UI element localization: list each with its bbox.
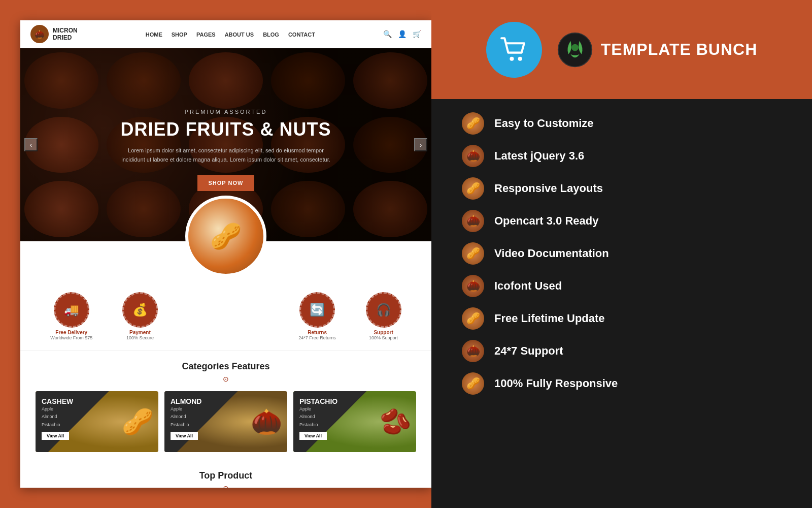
nut-icon-8: 🌰: [462, 340, 484, 362]
hero-description: Lorem ipsum dolor sit amet, consectetur …: [119, 146, 332, 164]
almond-items: Apple Almond Pistachio: [171, 405, 201, 429]
search-icon[interactable]: 🔍: [383, 30, 392, 38]
hero-prev-button[interactable]: ‹: [24, 138, 38, 151]
nav-shop[interactable]: SHOP: [172, 31, 187, 38]
feature-label-4: Opencart 3.0 Ready: [494, 214, 598, 228]
cart-icon[interactable]: 🛒: [413, 30, 421, 38]
top-product-divider: ⊙: [36, 484, 416, 488]
pistachio-name: PISTACHIO: [299, 397, 337, 405]
nut-icon-3: 🥜: [462, 177, 484, 200]
svg-point-3: [571, 44, 579, 51]
delivery-sublabel: Worldwide From $75: [50, 335, 92, 340]
nut-icon-1: 🥜: [462, 112, 484, 135]
cashew-view-btn[interactable]: View All: [42, 432, 69, 440]
tb-logo-area: TEMPLATE BUNCH: [557, 32, 758, 68]
right-panel: TEMPLATE BUNCH 🥜 Easy to Customize 🌰 Lat…: [431, 0, 812, 508]
feature-row-8: 🌰 24*7 Support: [462, 337, 782, 365]
nav-about[interactable]: ABOUT US: [225, 31, 254, 38]
support-sublabel: 100% Support: [369, 335, 398, 340]
feature-delivery: 🚚 Free Delivery Worldwide From $75: [50, 292, 92, 340]
feature-label-2: Latest jQuery 3.6: [494, 149, 584, 163]
features-bar: 🥜 🚚 Free Delivery Worldwide From $75 💰 P…: [20, 241, 431, 351]
website-preview: 🌰 MICRON DRIED HOME SHOP PAGES ABOUT US …: [20, 20, 431, 488]
almond-image: 🌰: [251, 407, 282, 436]
top-product-title: Top Product: [36, 470, 416, 481]
hero-title: DRIED FRUITS & NUTS: [119, 119, 332, 140]
categories-title: Categories Features: [36, 361, 416, 372]
delivery-icon: 🚚: [64, 303, 79, 317]
almond-bowl: 🥜: [185, 196, 266, 277]
pistachio-image: 🫘: [380, 407, 411, 436]
feature-row-4: 🌰 Opencart 3.0 Ready: [462, 207, 782, 235]
nav-contact[interactable]: CONTACT: [288, 31, 315, 38]
template-bunch-icon: [557, 32, 593, 68]
logo-area: 🌰 MICRON DRIED: [30, 25, 78, 43]
almond-bowl-image: 🥜: [185, 196, 266, 277]
categories-divider: ⊙: [36, 375, 416, 383]
nut-icon-2: 🌰: [462, 145, 484, 167]
nav-icons: 🔍 👤 🛒: [383, 30, 421, 38]
feature-label-5: Video Documentation: [494, 247, 609, 260]
template-bunch-text: TEMPLATE BUNCH: [601, 40, 758, 59]
feature-returns: 🔄 Returns 24*7 Free Returns: [298, 292, 336, 340]
nav-pages[interactable]: PAGES: [196, 31, 216, 38]
feature-label-6: Icofont Used: [494, 279, 562, 293]
top-product-section: Top Product ⊙ Latest Featured Bestseller…: [20, 462, 431, 488]
logo-icon: 🌰: [30, 25, 49, 43]
cart-svg: [497, 33, 530, 66]
payment-icon: 💰: [132, 303, 148, 317]
feature-label-1: Easy to Customize: [494, 117, 594, 130]
nut-icon-4: 🌰: [462, 210, 484, 232]
feature-label-9: 100% Fully Responsive: [494, 377, 618, 390]
feature-row-5: 🥜 Video Documentation: [462, 239, 782, 268]
payment-sublabel: 100% Secure: [126, 335, 154, 340]
support-icon-circle: 🎧: [366, 292, 401, 328]
svg-point-0: [510, 57, 514, 61]
support-label: Support: [369, 330, 398, 335]
feature-payment: 💰 Payment 100% Secure: [122, 292, 158, 340]
feature-row-2: 🌰 Latest jQuery 3.6: [462, 142, 782, 170]
cashew-content: CASHEW Apple Almond Pistachio View All: [42, 397, 73, 440]
nut-icon-6: 🌰: [462, 275, 484, 297]
returns-label: Returns: [298, 330, 336, 335]
hero-subtitle: PREMIUM ASSORTED: [119, 109, 332, 115]
cashew-items: Apple Almond Pistachio: [42, 405, 73, 429]
feature-row-6: 🌰 Icofont Used: [462, 272, 782, 300]
returns-icon: 🔄: [310, 303, 325, 317]
feature-label-3: Responsive Layouts: [494, 182, 603, 195]
delivery-label: Free Delivery: [50, 330, 92, 335]
hero-next-button[interactable]: ›: [414, 138, 427, 151]
feature-label-8: 24*7 Support: [494, 344, 563, 358]
nut-icon-5: 🥜: [462, 242, 484, 265]
shop-now-button[interactable]: SHOP NOW: [197, 175, 255, 191]
category-pistachio[interactable]: PISTACHIO Apple Almond Pistachio View Al…: [293, 391, 416, 452]
category-almond[interactable]: ALMOND Apple Almond Pistachio View All 🌰: [164, 391, 287, 452]
svg-point-1: [518, 57, 522, 61]
almond-name: ALMOND: [171, 397, 201, 405]
almond-view-btn[interactable]: View All: [171, 432, 198, 440]
feature-row-7: 🥜 Free Lifetime Update: [462, 304, 782, 333]
nut-icon-7: 🥜: [462, 307, 484, 330]
logo-text: MICRON DRIED: [53, 27, 78, 42]
payment-label: Payment: [126, 330, 154, 335]
cashew-name: CASHEW: [42, 397, 73, 405]
nav-blog[interactable]: BLOG: [263, 31, 279, 38]
feature-row-9: 🥜 100% Fully Responsive: [462, 369, 782, 398]
feature-support: 🎧 Support 100% Support: [366, 292, 401, 340]
delivery-icon-circle: 🚚: [54, 292, 89, 328]
cart-logo: [486, 22, 542, 78]
navbar: 🌰 MICRON DRIED HOME SHOP PAGES ABOUT US …: [20, 20, 431, 48]
hero-content: PREMIUM ASSORTED DRIED FRUITS & NUTS Lor…: [119, 99, 332, 190]
pistachio-view-btn[interactable]: View All: [299, 432, 327, 440]
user-icon[interactable]: 👤: [398, 30, 407, 38]
feature-row-1: 🥜 Easy to Customize: [462, 109, 782, 138]
pistachio-items: Apple Almond Pistachio: [299, 405, 337, 429]
returns-icon-circle: 🔄: [299, 292, 335, 328]
feature-row-3: 🥜 Responsive Layouts: [462, 174, 782, 203]
nav-home[interactable]: HOME: [146, 31, 162, 38]
almond-content: ALMOND Apple Almond Pistachio View All: [171, 397, 201, 440]
categories-section: Categories Features ⊙ CASHEW Apple Almon…: [20, 351, 431, 462]
category-cashew[interactable]: CASHEW Apple Almond Pistachio View All 🥜: [36, 391, 158, 452]
categories-grid: CASHEW Apple Almond Pistachio View All 🥜…: [36, 391, 416, 452]
support-icon: 🎧: [376, 303, 391, 317]
